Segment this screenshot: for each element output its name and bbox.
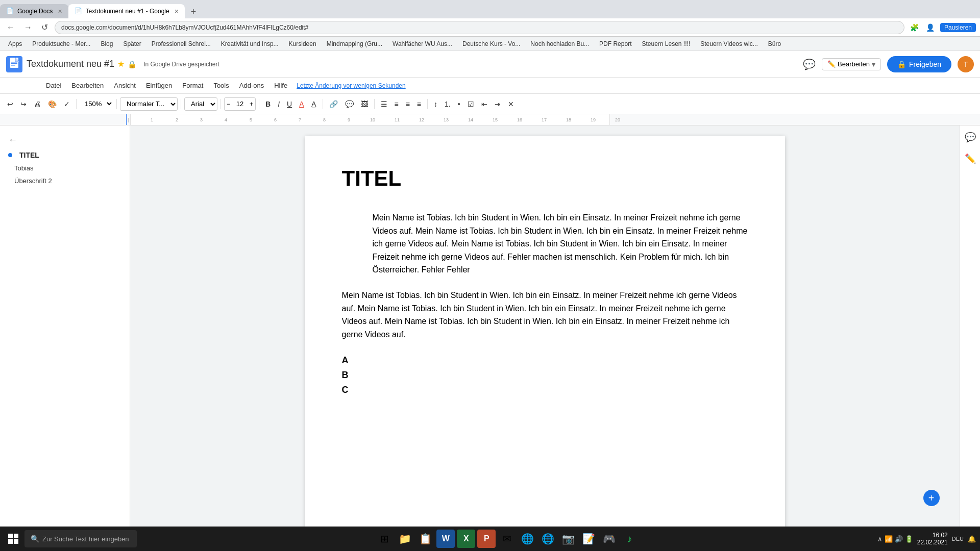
taskbar-clock[interactable]: 16:02 22.02.2021 — [917, 532, 948, 546]
comment-icon[interactable]: 💬 — [803, 58, 816, 70]
share-button[interactable]: 🔒 Freigeben — [887, 56, 951, 72]
taskbar-app-3[interactable]: 📋 — [416, 530, 434, 548]
bookmark-deutsche-kurs[interactable]: Deutsche Kurs - Vo... — [458, 39, 524, 48]
menu-ansicht[interactable]: Ansicht — [109, 80, 141, 91]
zoom-select[interactable]: 150% — [80, 98, 113, 110]
font-size-increase[interactable]: + — [248, 99, 255, 109]
taskbar-browser-1[interactable]: 🌐 — [518, 530, 536, 548]
extensions-button[interactable]: 🧩 — [909, 22, 920, 33]
back-button[interactable]: ← — [4, 22, 17, 33]
comment-toolbar-button[interactable]: 💬 — [342, 98, 357, 110]
list-item-b[interactable]: B — [342, 368, 748, 383]
redo-button[interactable]: ↪ — [17, 98, 30, 110]
new-tab-button[interactable]: + — [188, 6, 200, 18]
bookmark-mindmapping[interactable]: Mindmapping (Gru... — [323, 39, 386, 48]
clear-formatting-button[interactable]: ✕ — [505, 98, 517, 110]
underline-button[interactable]: U — [284, 98, 295, 110]
doc-title-label[interactable]: Textdokument neu #1 — [27, 59, 114, 69]
checklist-button[interactable]: ☑ — [464, 98, 477, 110]
tab-close-1[interactable]: × — [58, 7, 62, 15]
align-right-button[interactable]: ≡ — [403, 98, 413, 110]
star-icon[interactable]: ★ — [117, 59, 125, 69]
highlight-button[interactable]: A̲ — [308, 98, 320, 110]
list-item-c[interactable]: C — [342, 383, 748, 397]
right-icon-comment[interactable]: 💬 — [963, 130, 978, 145]
user-avatar[interactable]: T — [958, 56, 974, 72]
outline-back-button[interactable]: ← — [0, 132, 130, 148]
indent-more-button[interactable]: ⇥ — [492, 98, 504, 110]
menu-datei[interactable]: Datei — [41, 80, 66, 91]
pausieren-button[interactable]: Pausieren — [940, 23, 976, 32]
tray-battery[interactable]: 🔋 — [905, 535, 913, 543]
menu-tools[interactable]: Tools — [208, 80, 234, 91]
bold-button[interactable]: B — [262, 98, 274, 110]
paragraph-1[interactable]: Mein Name ist Tobias. Ich bin Student in… — [373, 211, 748, 277]
last-change-link[interactable]: Letzte Änderung vor wenigen Sekunden — [297, 82, 406, 89]
bullet-list-button[interactable]: • — [455, 98, 463, 110]
bookmark-kursideen[interactable]: Kursideen — [285, 39, 321, 48]
italic-button[interactable]: I — [275, 98, 283, 110]
font-select[interactable]: Arial — [184, 97, 217, 111]
tray-wifi[interactable]: 📶 — [885, 535, 893, 543]
ruler[interactable]: | 1 2 3 4 5 6 7 8 9 10 11 12 13 14 15 16… — [0, 114, 980, 126]
bookmark-spater[interactable]: Später — [119, 39, 145, 48]
taskbar-word[interactable]: W — [436, 530, 455, 548]
outline-item-title[interactable]: TITEL — [0, 148, 130, 162]
outline-item-h2[interactable]: Überschrift 2 — [0, 174, 130, 187]
tray-volume[interactable]: 🔊 — [895, 535, 903, 543]
add-section-button[interactable]: + — [923, 490, 940, 506]
bearbeiten-button[interactable]: ✏️ Bearbeiten ▾ — [822, 58, 881, 70]
tray-expand[interactable]: ∧ — [877, 535, 883, 543]
bookmark-kreativitat[interactable]: Kreativität und Insp... — [217, 39, 283, 48]
taskbar-spotify[interactable]: ♪ — [620, 530, 639, 548]
right-icon-chat[interactable]: ✏️ — [963, 151, 978, 166]
document-area[interactable]: TITEL Mein Name ist Tobias. Ich bin Stud… — [130, 126, 960, 551]
bookmark-noch-hochladen[interactable]: Noch hochladen Bu... — [526, 39, 593, 48]
start-button[interactable] — [4, 530, 22, 548]
align-center-button[interactable]: ≡ — [391, 98, 402, 110]
bookmark-blog[interactable]: Blog — [96, 39, 117, 48]
bookmark-buro[interactable]: Büro — [764, 39, 785, 48]
document-page[interactable]: TITEL Mein Name ist Tobias. Ich bin Stud… — [305, 136, 785, 551]
tab-google-docs[interactable]: 📄 Google Docs × — [0, 4, 68, 18]
bookmark-professionell[interactable]: Professionell Schrei... — [148, 39, 215, 48]
spellcheck-button[interactable]: ✓ — [61, 98, 73, 110]
undo-button[interactable]: ↩ — [4, 98, 16, 110]
menu-format[interactable]: Format — [177, 80, 208, 91]
indent-less-button[interactable]: ⇤ — [478, 98, 491, 110]
align-left-button[interactable]: ☰ — [378, 98, 390, 110]
bookmark-apps[interactable]: Apps — [4, 39, 26, 48]
taskbar-file-explorer[interactable]: 📁 — [396, 530, 414, 548]
menu-bearbeiten[interactable]: Bearbeiten — [66, 80, 109, 91]
taskbar-search[interactable]: 🔍 Zur Suche Text hier eingeben — [24, 530, 137, 547]
tray-language[interactable]: DEU — [952, 536, 964, 542]
numbered-list-button[interactable]: 1. — [442, 98, 454, 110]
bookmark-steuern-videos[interactable]: Steuern Videos wic... — [696, 39, 762, 48]
bearbeiten-dropdown-icon[interactable]: ▾ — [872, 60, 875, 68]
font-size-decrease[interactable]: − — [225, 99, 232, 109]
tab-close-2[interactable]: × — [175, 7, 179, 15]
taskbar-games[interactable]: 🎮 — [600, 530, 618, 548]
taskbar-notes[interactable]: 📝 — [579, 530, 598, 548]
print-button[interactable]: 🖨 — [31, 98, 44, 110]
paragraph-2[interactable]: Mein Name ist Tobias. Ich bin Student in… — [342, 289, 748, 341]
link-button[interactable]: 🔗 — [326, 98, 341, 110]
taskbar-task-view[interactable]: ⊞ — [375, 530, 394, 548]
image-button[interactable]: 🖼 — [358, 98, 371, 110]
tray-notifications[interactable]: 🔔 — [968, 535, 976, 543]
font-size-input[interactable] — [232, 100, 248, 108]
taskbar-camera[interactable]: 📷 — [559, 530, 577, 548]
text-color-button[interactable]: A — [296, 98, 307, 110]
bookmark-wahlfacher[interactable]: Wahlfächer WU Aus... — [388, 39, 456, 48]
bookmark-steuern-lesen[interactable]: Steuern Lesen !!!! — [638, 39, 694, 48]
reload-button[interactable]: ↺ — [39, 21, 51, 33]
taskbar-excel[interactable]: X — [457, 530, 475, 548]
taskbar-mail[interactable]: ✉ — [498, 530, 516, 548]
menu-einfugen[interactable]: Einfügen — [141, 80, 177, 91]
taskbar-edge[interactable]: 🌐 — [538, 530, 557, 548]
style-select[interactable]: Normaler T... — [120, 97, 178, 111]
menu-addons[interactable]: Add-ons — [234, 80, 269, 91]
forward-button[interactable]: → — [21, 22, 35, 33]
menu-hilfe[interactable]: Hilfe — [269, 80, 292, 91]
taskbar-powerpoint[interactable]: P — [477, 530, 496, 548]
